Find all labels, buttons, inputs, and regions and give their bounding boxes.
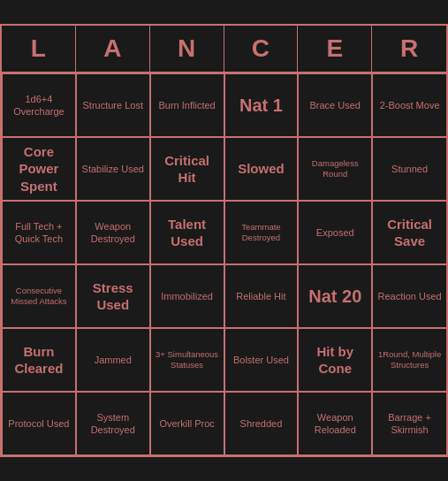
bingo-cell[interactable]: Overkill Proc	[150, 392, 224, 455]
cell-text: Reaction Used	[378, 290, 442, 302]
bingo-cell[interactable]: Jammed	[76, 328, 150, 392]
bingo-cell[interactable]: Damageless Round	[298, 137, 372, 201]
bingo-cell[interactable]: 1d6+4 Overcharge	[2, 73, 76, 137]
bingo-cell[interactable]: System Destroyed	[76, 392, 150, 455]
bingo-cell[interactable]: Talent Used	[150, 201, 224, 264]
bingo-cell[interactable]: Nat 20	[298, 264, 372, 328]
cell-text: Talent Used	[155, 216, 220, 250]
bingo-card: LANCER 1d6+4 OverchargeStructure LostBur…	[0, 24, 448, 457]
cell-text: Immobilized	[161, 290, 213, 302]
bingo-cell[interactable]: Teammate Destroyed	[224, 201, 299, 264]
cell-text: 1d6+4 Overcharge	[6, 93, 72, 118]
bingo-cell[interactable]: Core Power Spent	[2, 137, 76, 201]
bingo-cell[interactable]: Hit by Cone	[298, 328, 372, 392]
cell-text: 3+ Simultaneous Statuses	[155, 349, 220, 371]
cell-text: Stunned	[391, 163, 428, 175]
cell-text: Brace Used	[310, 99, 361, 111]
bingo-cell[interactable]: Reaction Used	[372, 264, 446, 328]
cell-text: Structure Lost	[83, 99, 143, 111]
cell-text: Bolster Used	[233, 354, 289, 366]
cell-text: 2-Boost Move	[380, 99, 440, 111]
cell-text: Full Tech + Quick Tech	[6, 220, 72, 246]
cell-text: Teammate Destroyed	[229, 222, 294, 244]
cell-text: Hit by Cone	[302, 343, 368, 378]
bingo-cell[interactable]: Stress Used	[76, 264, 150, 328]
bingo-cell[interactable]: Full Tech + Quick Tech	[2, 201, 76, 264]
cell-text: Consecutive Missed Attacks	[6, 286, 72, 308]
cell-text: System Destroyed	[80, 411, 146, 437]
cell-text: Weapon Destroyed	[80, 220, 146, 246]
cell-text: Stabilize Used	[82, 163, 144, 175]
bingo-cell[interactable]: 2-Boost Move	[372, 73, 446, 137]
cell-text: Protocol Used	[8, 417, 69, 430]
bingo-grid: 1d6+4 OverchargeStructure LostBurn Infli…	[2, 73, 446, 455]
bingo-cell[interactable]: Reliable Hit	[224, 264, 299, 328]
header-letter: R	[372, 26, 446, 72]
cell-text: Critical Hit	[155, 152, 220, 187]
bingo-cell[interactable]: Brace Used	[298, 73, 372, 137]
header-letter: C	[224, 26, 299, 72]
header-letter: A	[76, 26, 150, 72]
cell-text: Damageless Round	[302, 158, 368, 180]
bingo-cell[interactable]: Protocol Used	[2, 392, 76, 455]
cell-text: Jammed	[95, 354, 132, 366]
cell-text: Burn Inflicted	[158, 99, 215, 111]
bingo-cell[interactable]: Barrage + Skirmish	[372, 392, 446, 455]
header-letter: L	[2, 26, 76, 72]
cell-text: Reliable Hit	[236, 290, 285, 302]
bingo-cell[interactable]: Shredded	[224, 392, 299, 455]
cell-text: Barrage + Skirmish	[376, 411, 443, 437]
bingo-cell[interactable]: Stunned	[372, 137, 446, 201]
bingo-header: LANCER	[2, 26, 446, 73]
bingo-cell[interactable]: Structure Lost	[76, 73, 150, 137]
cell-text: Critical Save	[376, 216, 443, 250]
bingo-cell[interactable]: Weapon Destroyed	[76, 201, 150, 264]
cell-text: Core Power Spent	[6, 143, 72, 195]
bingo-cell[interactable]: 3+ Simultaneous Statuses	[150, 328, 224, 392]
bingo-cell[interactable]: Bolster Used	[224, 328, 299, 392]
bingo-cell[interactable]: Nat 1	[224, 73, 299, 137]
cell-text: Exposed	[316, 226, 354, 239]
header-letter: N	[150, 26, 224, 72]
cell-text: 1Round, Multiple Structures	[376, 349, 443, 371]
cell-text: Stress Used	[80, 279, 146, 314]
cell-text: Slowed	[238, 160, 285, 178]
bingo-cell[interactable]: Burn Inflicted	[150, 73, 224, 137]
bingo-cell[interactable]: Critical Hit	[150, 137, 224, 201]
bingo-cell[interactable]: 1Round, Multiple Structures	[372, 328, 446, 392]
cell-text: Shredded	[240, 417, 283, 430]
bingo-cell[interactable]: Burn Cleared	[2, 328, 76, 392]
cell-text: Burn Cleared	[6, 343, 72, 378]
bingo-cell[interactable]: Weapon Reloaded	[298, 392, 372, 455]
bingo-cell[interactable]: Stabilize Used	[76, 137, 150, 201]
bingo-cell[interactable]: Exposed	[298, 201, 372, 264]
bingo-cell[interactable]: Slowed	[224, 137, 299, 201]
cell-text: Nat 20	[308, 285, 361, 308]
cell-text: Weapon Reloaded	[302, 411, 368, 437]
header-letter: E	[298, 26, 372, 72]
cell-text: Nat 1	[239, 94, 283, 117]
cell-text: Overkill Proc	[159, 417, 214, 430]
bingo-cell[interactable]: Immobilized	[150, 264, 224, 328]
bingo-cell[interactable]: Consecutive Missed Attacks	[2, 264, 76, 328]
bingo-cell[interactable]: Critical Save	[372, 201, 446, 264]
